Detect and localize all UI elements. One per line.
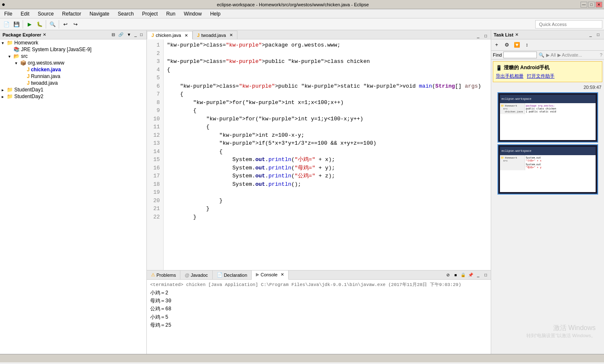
code-line <box>167 49 487 58</box>
code-line: "kw-purple">if(5*x+3*y+1/3*z==100 && x+y… <box>167 139 487 148</box>
tree-item[interactable]: ▾📦org.westos.www <box>0 60 146 66</box>
package-tree: ▾📁Homework 📚JRE System Library [JavaSE-9… <box>0 39 146 354</box>
line-number: 19 <box>148 188 160 197</box>
task-header-tabs: Task List ✕ <box>494 32 518 37</box>
tab-declaration[interactable]: 📄 Declaration <box>213 270 252 280</box>
menu-item-refactor[interactable]: Refactor <box>60 10 83 18</box>
menu-item-run[interactable]: Run <box>164 10 178 18</box>
tree-item[interactable]: JRunnian.java <box>0 73 146 80</box>
tree-item[interactable]: Jchicken.java <box>0 66 146 73</box>
tree-item[interactable]: ▾📂src <box>0 53 146 60</box>
maximize-editor-icon[interactable]: □ <box>482 32 489 39</box>
open-file-helper-button[interactable]: 打开文件助手 <box>527 73 555 79</box>
menu-item-source[interactable]: Source <box>35 10 56 18</box>
find-label: Find <box>493 52 502 57</box>
quick-access-input[interactable] <box>535 20 602 29</box>
menu-item-search[interactable]: Search <box>115 10 136 18</box>
task-sort-icon[interactable]: ↕ <box>522 40 531 49</box>
all-label: ▶ All <box>546 52 556 58</box>
tree-item-label: twoadd.java <box>31 80 58 86</box>
collapse-all-icon[interactable]: ⊟ <box>110 32 116 37</box>
minimize-console-icon[interactable]: _ <box>475 272 482 278</box>
debug-button[interactable]: 🐛 <box>35 20 44 29</box>
console-close[interactable]: ✕ <box>281 272 284 277</box>
run-button[interactable]: ▶ <box>25 20 34 29</box>
find-input[interactable] <box>503 52 537 58</box>
pin-console-icon[interactable]: 📌 <box>467 272 474 278</box>
redo-button[interactable]: ↪ <box>71 20 80 29</box>
export-photos-button[interactable]: 导出手机相册 <box>496 73 523 79</box>
search-button[interactable]: 🔍 <box>48 20 57 29</box>
package-explorer-tab[interactable]: Package Explorer <box>3 32 41 37</box>
problems-icon: ⚠ <box>151 272 155 278</box>
tab-chicken-close[interactable]: ✕ <box>185 33 188 38</box>
tree-item-label: StudentDay1 <box>14 87 43 93</box>
menu-item-navigate[interactable]: Navigate <box>87 10 112 18</box>
task-list-close[interactable]: ✕ <box>515 32 518 37</box>
tab-twoadd-close[interactable]: ✕ <box>229 33 233 37</box>
quick-access-area <box>535 20 602 29</box>
menu-item-file[interactable]: File <box>2 10 15 18</box>
minimize-button[interactable]: — <box>581 2 587 8</box>
maximize-console-icon[interactable]: □ <box>482 272 489 278</box>
maximize-panel-icon[interactable]: □ <box>139 32 144 37</box>
panel-menu-icon[interactable]: ▼ <box>125 32 132 37</box>
screenshot-1-content: eclipse-workspace 📁 Homework src chicken… <box>500 95 596 140</box>
help-icon[interactable]: ? <box>600 52 602 57</box>
bottom-panel: ⚠ Problems @ Javadoc 📄 Declaration ▶ Con… <box>147 270 491 354</box>
tab-javadoc[interactable]: @ Javadoc <box>180 270 212 280</box>
tree-item-label: JRE System Library [JavaSE-9] <box>21 47 91 52</box>
minimize-editor-icon[interactable]: _ <box>475 32 482 39</box>
code-line: System.out.println("公鸡=" + z); <box>167 172 487 180</box>
tree-item[interactable]: ▾📁Homework <box>0 39 146 46</box>
code-line: System.out.println(); <box>167 180 487 189</box>
tree-item[interactable]: ▸📁StudentDay2 <box>0 93 146 100</box>
menu-item-edit[interactable]: Edit <box>18 10 32 18</box>
line-number: 21 <box>148 205 160 213</box>
line-number: 12 <box>148 131 160 140</box>
menu-item-help[interactable]: Help <box>208 10 223 18</box>
tree-item[interactable]: ▸📁StudentDay1 <box>0 86 146 93</box>
package-explorer-header: Package Explorer ✕ ⊟ 🔗 ▼ _ □ <box>0 30 146 39</box>
tab-problems[interactable]: ⚠ Problems <box>147 270 180 280</box>
line-number: 10 <box>148 115 160 123</box>
task-new-icon[interactable]: + <box>492 40 501 49</box>
save-button[interactable]: 💾 <box>12 20 21 29</box>
clear-console-icon[interactable]: ⊘ <box>445 272 451 278</box>
undo-button[interactable]: ↩ <box>61 20 70 29</box>
tree-item-label: StudentDay2 <box>14 94 43 99</box>
editor-tab-controls: _ □ <box>473 32 491 39</box>
tab-chicken-java[interactable]: J chicken.java ✕ <box>147 31 193 39</box>
stop-console-icon[interactable]: ■ <box>452 272 459 278</box>
menu-item-project[interactable]: Project <box>140 10 160 18</box>
console-line: 小鸡＝2 <box>150 289 487 297</box>
tab-chicken-label: chicken.java <box>156 33 181 38</box>
tab-twoadd-java[interactable]: J twoadd.java ✕ <box>193 31 237 39</box>
maximize-button[interactable]: □ <box>588 2 595 8</box>
menu-item-window[interactable]: Window <box>181 10 204 18</box>
task-maximize-icon[interactable]: □ <box>595 31 601 38</box>
new-button[interactable]: 📄 <box>2 20 11 29</box>
scroll-lock-icon[interactable]: 🔒 <box>460 272 466 278</box>
tab-console[interactable]: ▶ Console ✕ <box>252 270 288 280</box>
task-settings-icon[interactable]: ⚙ <box>502 40 511 49</box>
close-tab-icon[interactable]: ✕ <box>43 32 46 37</box>
tree-item[interactable]: Jtwoadd.java <box>0 80 146 86</box>
task-minimize-icon[interactable]: _ <box>587 31 594 38</box>
line-number: 13 <box>148 139 160 148</box>
line-number: 22 <box>148 213 160 221</box>
code-content[interactable]: "kw-purple">class="kw-purple">package or… <box>164 39 491 270</box>
tree-item[interactable]: 📚JRE System Library [JavaSE-9] <box>0 46 146 53</box>
activate-label[interactable]: ▶ Activate... <box>557 52 582 58</box>
line-number: 1 <box>148 41 160 49</box>
code-line: { <box>167 90 487 99</box>
console-line: 小鸡＝5 <box>150 314 487 322</box>
task-list-tab[interactable]: Task List <box>494 32 513 37</box>
task-filter-icon[interactable]: 🔽 <box>512 40 521 49</box>
notification-box: 📱 澄糖的 Android手机 导出手机相册 打开文件助手 <box>493 61 602 82</box>
minimize-panel-icon[interactable]: _ <box>133 32 138 37</box>
find-search-icon[interactable]: 🔍 <box>539 52 544 58</box>
code-editor[interactable]: 12345678910111213141516171819202122 "kw-… <box>147 39 491 270</box>
close-button[interactable]: ✕ <box>596 2 602 8</box>
link-with-editor-icon[interactable]: 🔗 <box>117 32 125 37</box>
